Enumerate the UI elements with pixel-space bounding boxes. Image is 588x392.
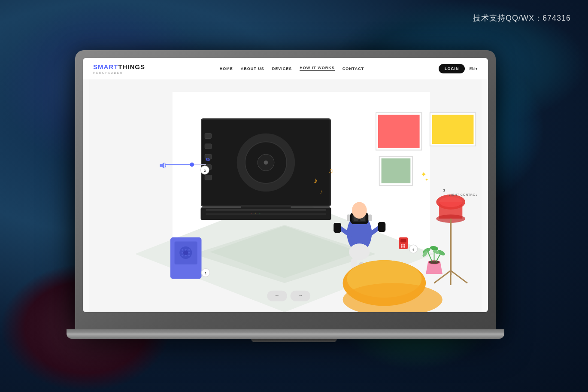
svg-point-63 (401, 244, 403, 246)
svg-text:✦: ✦ (425, 177, 428, 182)
svg-text:3: 3 (443, 188, 446, 192)
logo-subtitle: HEROHEADER (93, 71, 145, 74)
svg-text:♪: ♪ (314, 175, 318, 185)
svg-point-56 (352, 202, 367, 219)
login-button[interactable]: LOGIN (439, 64, 465, 73)
svg-point-25 (183, 250, 188, 255)
svg-rect-16 (205, 144, 211, 149)
svg-point-66 (403, 246, 405, 248)
svg-point-30 (188, 252, 190, 253)
chevron-down-icon: ▾ (476, 67, 478, 71)
hero-illustration: 1 50 (83, 79, 488, 312)
svg-text:LIGHT CONTROL: LIGHT CONTROL (449, 193, 478, 196)
svg-point-26 (182, 249, 183, 250)
watermark-text: 技术支持QQ/WX：674316 (473, 13, 571, 23)
svg-point-80 (439, 197, 462, 207)
hero-section: 1 50 (83, 79, 488, 312)
svg-point-33 (188, 255, 190, 256)
svg-rect-60 (378, 222, 385, 231)
logo-smart: SMART (93, 63, 118, 70)
svg-text:♪: ♪ (320, 188, 323, 195)
screen-content: SMARTTHINGS HEROHEADER HOME ABOUT US DEV… (83, 58, 488, 312)
nav-devices[interactable]: DEVICES (272, 67, 292, 71)
laptop-body: SMARTTHINGS HEROHEADER HOME ABOUT US DEV… (75, 50, 496, 329)
svg-text:→: → (298, 292, 303, 298)
svg-point-27 (185, 249, 187, 250)
nav-about[interactable]: ABOUT US (241, 67, 264, 71)
nav-contact[interactable]: CONTACT (342, 67, 364, 71)
svg-point-29 (182, 252, 183, 253)
nav-home[interactable]: HOME (220, 67, 233, 71)
svg-point-28 (188, 249, 190, 250)
svg-text:2: 2 (204, 168, 206, 172)
logo-things: THINGS (118, 63, 145, 70)
svg-rect-19 (205, 175, 211, 180)
svg-text:1: 1 (205, 271, 207, 275)
svg-rect-58 (333, 222, 341, 232)
navbar: SMARTTHINGS HEROHEADER HOME ABOUT US DEV… (83, 58, 488, 79)
svg-rect-70 (378, 115, 420, 148)
svg-rect-53 (347, 214, 350, 221)
laptop-hinge (251, 339, 337, 342)
svg-rect-20 (206, 209, 326, 210)
svg-rect-54 (369, 214, 372, 221)
svg-point-38 (190, 162, 194, 167)
svg-point-65 (401, 246, 403, 248)
svg-rect-62 (400, 239, 406, 242)
svg-text:♫: ♫ (328, 167, 333, 174)
language-selector[interactable]: EN ▾ (469, 67, 478, 71)
svg-rect-74 (382, 158, 411, 183)
svg-point-32 (185, 255, 187, 256)
svg-text:←: ← (275, 292, 280, 298)
svg-text:4: 4 (412, 247, 415, 251)
laptop-base (67, 329, 504, 339)
svg-rect-15 (205, 133, 211, 138)
nav-right: LOGIN EN ▾ (439, 64, 478, 73)
nav-how-it-works[interactable]: HOW IT WORKS (300, 66, 335, 71)
svg-point-14 (264, 160, 268, 164)
svg-text:50: 50 (206, 157, 210, 161)
logo-text: SMARTTHINGS (93, 63, 145, 71)
nav-links: HOME ABOUT US DEVICES HOW IT WORKS CONTA… (220, 66, 364, 71)
svg-point-46 (349, 243, 370, 260)
svg-point-31 (182, 255, 183, 256)
svg-rect-21 (206, 213, 326, 215)
svg-rect-72 (432, 115, 474, 144)
svg-point-64 (403, 244, 405, 246)
laptop-wrapper: SMARTTHINGS HEROHEADER HOME ABOUT US DEV… (75, 50, 513, 342)
screen-bezel: SMARTTHINGS HEROHEADER HOME ABOUT US DEV… (83, 58, 488, 312)
logo: SMARTTHINGS HEROHEADER (93, 63, 145, 74)
